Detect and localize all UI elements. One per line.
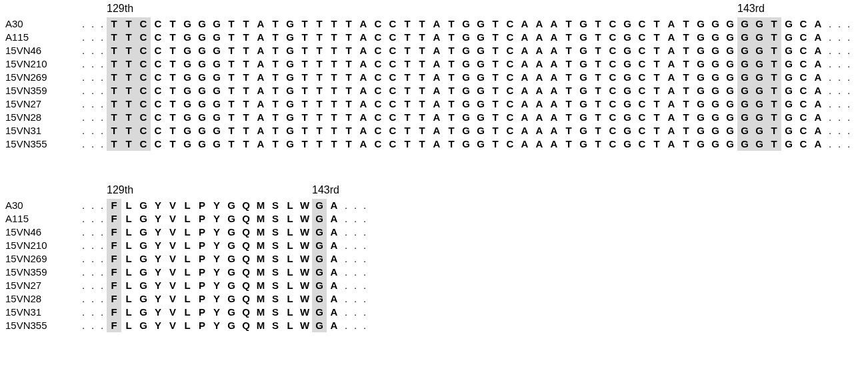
- protein-residue: F: [107, 292, 121, 306]
- nucleotide-residue: T: [488, 111, 503, 124]
- nucleotide-residue: C: [385, 31, 400, 44]
- protein-residue: A: [327, 306, 341, 319]
- nucleotide-residue: G: [283, 84, 297, 97]
- protein-residue: A: [327, 252, 341, 266]
- protein-sample-label: 15VN269: [5, 252, 79, 266]
- nucleotide-residue: G: [180, 84, 195, 97]
- protein-residue: Y: [209, 212, 224, 226]
- nucleotide-residue: T: [341, 124, 356, 137]
- nucleotide-residue: G: [180, 71, 195, 84]
- nucleotide-residue: C: [371, 31, 385, 44]
- nucleotide-residue: G: [459, 71, 473, 84]
- nucleotide-residue: G: [693, 137, 708, 151]
- protein-row: 15VN269...FLGYVLPYGQMSLWGA...: [5, 252, 863, 266]
- nucleotide-residue: A: [517, 84, 532, 97]
- nucleotide-residue: G: [723, 31, 737, 44]
- nucleotide-residue: G: [737, 57, 752, 71]
- nucleotide-residue: C: [371, 17, 385, 31]
- protein-residue: Y: [151, 279, 165, 292]
- protein-residue: V: [165, 319, 180, 332]
- nucleotide-residue: C: [796, 97, 811, 111]
- protein-residue: Y: [209, 266, 224, 279]
- nucleotide-residue: G: [473, 137, 488, 151]
- nucleotide-residue: T: [312, 111, 327, 124]
- nucleotide-row: 15VN210...TTCCTGGGTTATGTTTTACCTTATGGTCAA…: [5, 57, 863, 71]
- protein-residue: F: [107, 199, 121, 212]
- protein-residue: Y: [209, 239, 224, 252]
- nucleotide-residue: G: [473, 31, 488, 44]
- nucleotide-residue: T: [312, 71, 327, 84]
- continuation-dot: .: [360, 279, 369, 292]
- continuation-dot: .: [835, 44, 844, 57]
- nucleotide-residue: G: [723, 137, 737, 151]
- nucleotide-residue: T: [327, 31, 341, 44]
- nucleotide-residue: C: [385, 111, 400, 124]
- protein-sample-label: 15VN31: [5, 306, 79, 319]
- protein-residue: Y: [209, 226, 224, 239]
- nucleotide-residue: A: [356, 44, 371, 57]
- nucleotide-residue: T: [400, 31, 415, 44]
- protein-residue: F: [107, 306, 121, 319]
- nucleotide-residue: C: [635, 57, 649, 71]
- nucleotide-residue: C: [635, 71, 649, 84]
- protein-residue: S: [268, 226, 283, 239]
- continuation-dot: .: [360, 226, 369, 239]
- nucleotide-residue: A: [253, 31, 268, 44]
- nucleotide-residue: T: [165, 44, 180, 57]
- protein-residue: G: [224, 292, 239, 306]
- nucleotide-residue: A: [429, 111, 444, 124]
- continuation-dot: .: [88, 239, 97, 252]
- nucleotide-residue: G: [737, 137, 752, 151]
- continuation-dot: .: [97, 31, 107, 44]
- protein-residue: Y: [151, 226, 165, 239]
- nucleotide-residue: T: [444, 31, 459, 44]
- protein-residue: V: [165, 306, 180, 319]
- nucleotide-residue: T: [649, 124, 664, 137]
- protein-residue: Q: [239, 226, 253, 239]
- nucleotide-residue: G: [723, 124, 737, 137]
- nucleotide-sample-label: 15VN269: [5, 71, 79, 84]
- protein-residue: G: [136, 279, 151, 292]
- nucleotide-residue: G: [708, 44, 723, 57]
- nucleotide-residue: A: [547, 44, 561, 57]
- nucleotide-residue: T: [239, 17, 253, 31]
- nucleotide-residue: G: [473, 111, 488, 124]
- nucleotide-residue: A: [517, 111, 532, 124]
- continuation-dot: .: [825, 71, 835, 84]
- nucleotide-residue: C: [796, 17, 811, 31]
- continuation-dot: .: [79, 137, 88, 151]
- protein-residue: S: [268, 252, 283, 266]
- continuation-dot: .: [844, 84, 853, 97]
- nucleotide-residue: C: [605, 17, 620, 31]
- nucleotide-residue: T: [767, 137, 781, 151]
- nucleotide-residue: C: [371, 137, 385, 151]
- nucleotide-residue: T: [561, 97, 576, 111]
- nucleotide-residue: G: [723, 17, 737, 31]
- nucleotide-residue: T: [165, 97, 180, 111]
- nucleotide-row: 15VN31...TTCCTGGGTTATGTTTTACCTTATGGTCAAA…: [5, 124, 863, 137]
- continuation-dot: .: [97, 226, 107, 239]
- nucleotide-residue: C: [605, 111, 620, 124]
- nucleotide-residue: C: [503, 31, 517, 44]
- protein-row: 15VN359...FLGYVLPYGQMSLWGA...: [5, 266, 863, 279]
- nucleotide-residue: G: [209, 84, 224, 97]
- protein-residue: L: [283, 212, 297, 226]
- continuation-dot: .: [844, 57, 853, 71]
- nucleotide-residue: G: [209, 111, 224, 124]
- nucleotide-residue: T: [488, 137, 503, 151]
- nucleotide-residue: G: [620, 84, 635, 97]
- protein-residue: M: [253, 292, 268, 306]
- nucleotide-residue: G: [752, 44, 767, 57]
- protein-residue: G: [224, 279, 239, 292]
- nucleotide-residue: G: [459, 44, 473, 57]
- nucleotide-residue: C: [503, 124, 517, 137]
- nucleotide-residue: G: [209, 57, 224, 71]
- protein-residue: W: [297, 279, 312, 292]
- nucleotide-residue: T: [224, 111, 239, 124]
- continuation-dot: .: [360, 199, 369, 212]
- protein-residue: A: [327, 199, 341, 212]
- protein-residue: G: [224, 212, 239, 226]
- nucleotide-residue: T: [268, 31, 283, 44]
- nucleotide-residue: T: [327, 84, 341, 97]
- nucleotide-residue: G: [620, 71, 635, 84]
